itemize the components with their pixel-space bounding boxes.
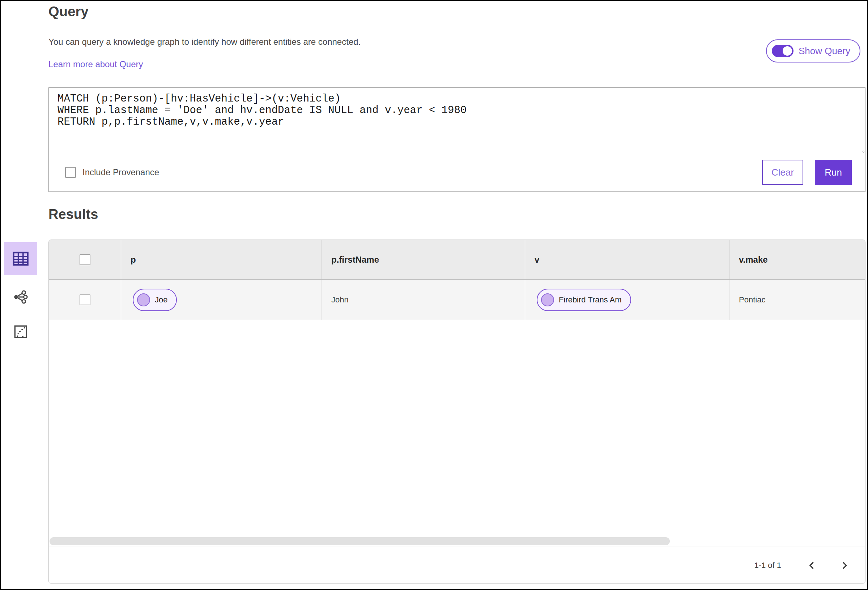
- run-button[interactable]: Run: [815, 160, 852, 185]
- cell-p-firstname: John: [322, 280, 525, 320]
- pagination-range: 1-1 of 1: [754, 561, 781, 570]
- cell-v: Firebird Trans Am: [525, 280, 729, 320]
- network-view-button[interactable]: [4, 280, 37, 313]
- app-window: Query You can query a knowledge graph to…: [0, 0, 868, 590]
- toggle-knob: [782, 46, 792, 56]
- results-table-panel: p p.firstName v v.make Joe John: [49, 240, 865, 584]
- table-header-row: p p.firstName v v.make: [49, 240, 865, 280]
- map-icon: [13, 324, 28, 339]
- horizontal-scrollbar-thumb[interactable]: [50, 537, 670, 545]
- chevron-right-icon: [840, 560, 849, 571]
- column-header-p: p: [121, 240, 322, 279]
- table-footer: 1-1 of 1: [49, 547, 865, 584]
- select-all-checkbox[interactable]: [80, 255, 90, 265]
- query-input[interactable]: MATCH (p:Person)-[hv:HasVehicle]->(v:Veh…: [49, 88, 865, 153]
- next-page-button[interactable]: [838, 558, 851, 573]
- network-icon: [13, 289, 28, 305]
- table-icon: [12, 251, 29, 266]
- entity-pill-vehicle[interactable]: Firebird Trans Am: [537, 289, 631, 311]
- entity-label: Joe: [155, 295, 167, 305]
- show-query-toggle[interactable]: Show Query: [766, 40, 861, 62]
- toggle-on-icon: [772, 45, 794, 57]
- entity-pill-person[interactable]: Joe: [133, 289, 177, 311]
- main-column: Query You can query a knowledge graph to…: [49, 1, 865, 584]
- clear-button[interactable]: Clear: [762, 160, 803, 185]
- cell-v-make: Pontiac: [729, 280, 865, 320]
- table-empty-area: [49, 320, 865, 547]
- query-editor-panel: MATCH (p:Person)-[hv:HasVehicle]->(v:Veh…: [49, 87, 865, 192]
- select-all-cell: [49, 240, 121, 279]
- table-view-button[interactable]: [4, 242, 37, 275]
- column-header-v-make: v.make: [729, 240, 865, 279]
- table-row: Joe John Firebird Trans Am Pontiac: [49, 280, 865, 320]
- chevron-left-icon: [807, 560, 816, 571]
- results-view-switcher: [3, 242, 47, 348]
- learn-more-link[interactable]: Learn more about Query: [49, 59, 143, 69]
- entity-node-icon: [137, 293, 150, 306]
- row-select-checkbox[interactable]: [80, 294, 90, 305]
- row-select-cell: [49, 280, 121, 320]
- map-view-button[interactable]: [4, 315, 37, 348]
- previous-page-button[interactable]: [805, 558, 819, 573]
- results-title: Results: [49, 207, 865, 222]
- include-provenance-group: Include Provenance: [65, 167, 159, 178]
- include-provenance-label: Include Provenance: [83, 167, 159, 177]
- query-editor-footer: Include Provenance Clear Run: [49, 153, 865, 191]
- column-header-p-firstname: p.firstName: [322, 240, 525, 279]
- column-header-v: v: [525, 240, 729, 279]
- cell-p: Joe: [121, 280, 322, 320]
- include-provenance-checkbox[interactable]: [65, 167, 76, 178]
- entity-node-icon: [541, 293, 554, 306]
- page-description: You can query a knowledge graph to ident…: [49, 37, 865, 47]
- query-actions: Clear Run: [762, 160, 852, 185]
- entity-label: Firebird Trans Am: [559, 295, 622, 305]
- show-query-label: Show Query: [799, 46, 850, 57]
- page-title: Query: [49, 1, 865, 19]
